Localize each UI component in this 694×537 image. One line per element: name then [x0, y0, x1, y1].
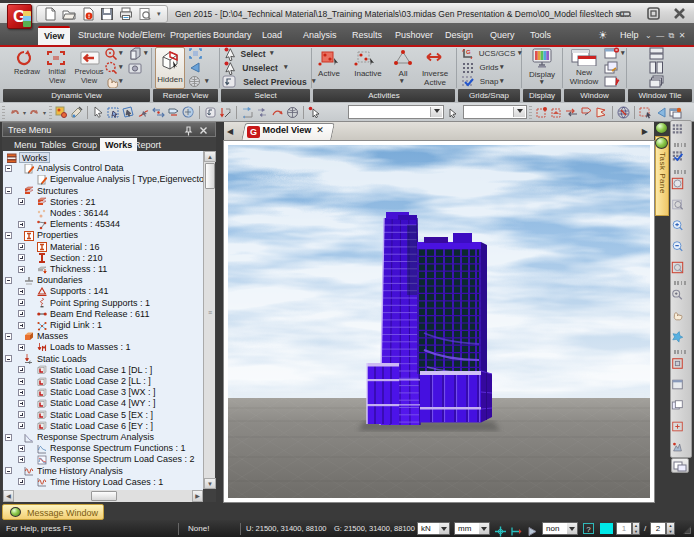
svg-text:G: G: [466, 49, 471, 55]
